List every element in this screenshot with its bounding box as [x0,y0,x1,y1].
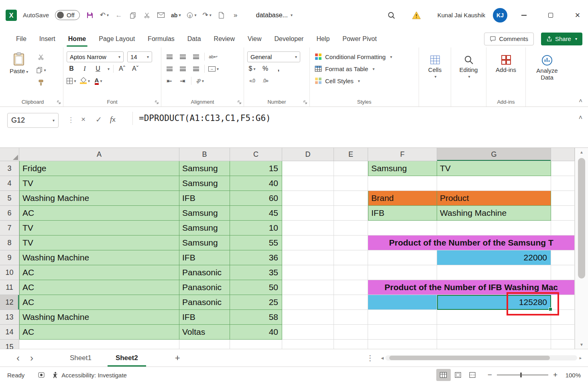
cell-E5[interactable] [334,191,368,206]
cell-C10[interactable]: 35 [230,265,282,280]
italic-button[interactable]: I [80,64,90,74]
clipboard-dialog-launcher-icon[interactable] [57,100,61,104]
align-top-icon[interactable] [165,52,174,61]
align-bottom-icon[interactable] [191,52,201,61]
name-box-resize-handle[interactable]: ⋮ [67,116,74,124]
cell-E10[interactable] [334,265,368,280]
undo-button[interactable]: ↶▾ [100,11,109,19]
row-header-12[interactable]: 12 [0,295,19,310]
cell-D5[interactable] [282,191,334,206]
row-header-13[interactable]: 13 [0,310,19,325]
cell-G9[interactable]: 22000 [437,250,551,265]
qat-overflow-button[interactable]: » [232,11,240,19]
cell-G14[interactable] [437,325,551,340]
editing-button[interactable]: Editing ▾ [454,51,483,79]
bold-button[interactable]: B [67,64,76,74]
redo-caret-icon[interactable]: ▾ [210,13,212,17]
horizontal-scrollbar[interactable]: ◀ ► [381,349,588,367]
cell-D6[interactable] [282,206,334,221]
macro-record-icon[interactable] [38,372,45,378]
scroll-down-icon[interactable]: ▼ [580,340,584,349]
cell-B3[interactable]: Samsung [179,161,230,176]
cell-D3[interactable] [282,161,334,176]
normal-view-button[interactable] [436,369,451,381]
cell-G10[interactable] [437,265,551,280]
tab-home[interactable]: Home [62,30,92,47]
cell-E3[interactable] [334,161,368,176]
cell-A5[interactable]: Washing Machine [19,191,179,206]
cell-C3[interactable]: 15 [230,161,282,176]
row-header-14[interactable]: 14 [0,325,19,340]
tab-power-pivot[interactable]: Power Pivot [336,30,383,47]
back-button[interactable]: ← [115,11,123,19]
enter-icon[interactable]: ✓ [96,115,102,124]
banner-row-8[interactable]: Product of the Number of the Samsung T [368,236,575,250]
cell-E7[interactable] [334,221,368,236]
increase-font-size-button[interactable]: Aˆ [117,64,127,74]
font-dialog-launcher-icon[interactable] [155,100,159,104]
cell-A6[interactable]: AC [19,206,179,221]
cell-B9[interactable]: IFB [179,250,230,265]
number-dialog-launcher-icon[interactable] [303,100,307,104]
cell-F6[interactable]: IFB [368,206,437,221]
tab-insert[interactable]: Insert [33,30,62,47]
scroll-left-icon[interactable]: ◀ [381,356,384,360]
comma-style-button[interactable]: , [274,64,283,74]
file-name-button[interactable]: database... ▾ [256,12,293,19]
cell-C7[interactable]: 10 [230,221,282,236]
increase-decimal-button[interactable]: «.0 [247,76,257,86]
cell-B11[interactable]: Panasonic [179,280,230,295]
horizontal-scroll-thumb[interactable] [389,356,550,360]
tab-formulas[interactable]: Formulas [141,30,181,47]
cell-G7[interactable] [437,221,551,236]
cell-D11[interactable] [282,280,334,295]
warning-icon[interactable] [412,11,421,19]
cell-B12[interactable]: Panasonic [179,295,230,310]
cell-C12[interactable]: 25 [230,295,282,310]
percent-style-button[interactable]: % [260,64,270,74]
vertical-scroll-track[interactable] [575,156,588,340]
cell-B4[interactable]: Samsung [179,176,230,191]
decrease-font-size-button[interactable]: Aˇ [130,64,140,74]
tab-page-layout[interactable]: Page Layout [92,30,141,47]
zoom-in-button[interactable]: + [553,371,557,379]
share-button[interactable]: Share ▾ [541,33,582,45]
row-header-11[interactable]: 11 [0,280,19,295]
paste-button[interactable]: Paste▾ [6,51,32,88]
page-break-view-button[interactable] [465,369,480,381]
cell-G5[interactable]: Product [437,191,551,206]
borders-button[interactable]: ▾ [67,76,76,86]
cell-D10[interactable] [282,265,334,280]
cell-D7[interactable] [282,221,334,236]
align-middle-icon[interactable] [178,52,187,61]
align-left-icon[interactable] [165,64,174,74]
editor-button[interactable]: g▾ [187,12,196,18]
copy-button[interactable]: ▾ [36,65,46,75]
cell-A10[interactable]: AC [19,265,179,280]
underline-button[interactable]: U [93,64,103,74]
column-header-C[interactable]: C [230,148,282,161]
new-sheet-button[interactable]: + [175,353,180,363]
horizontal-scroll-track[interactable] [385,355,577,360]
analyze-data-button[interactable]: Analyze Data [529,51,565,81]
page-layout-view-button[interactable] [451,369,465,381]
vertical-scrollbar[interactable]: ▲ ▼ [575,148,588,349]
cell-B14[interactable]: Voltas [179,325,230,340]
conditional-formatting-button[interactable]: Conditional Formatting▾ [313,51,415,63]
cell-B8[interactable]: Samsung [179,236,230,250]
column-header-G[interactable]: G [437,148,551,161]
row-header-10[interactable]: 10 [0,265,19,280]
comments-button[interactable]: Comments [484,33,534,45]
cell-C11[interactable]: 50 [230,280,282,295]
fill-color-button[interactable]: ▾ [80,76,90,86]
format-painter-button[interactable] [36,78,46,88]
sheet-nav-left-icon[interactable]: ‹ [11,352,25,364]
scroll-right-icon[interactable]: ► [579,356,582,360]
cell-D12[interactable] [282,295,334,310]
cell-G12[interactable]: 125280 [437,295,551,310]
wrap-text-button[interactable]: ab↩ [208,52,218,61]
name-box-caret-icon[interactable]: ▾ [53,118,55,123]
column-header-E[interactable]: E [334,148,368,161]
row-header-7[interactable]: 7 [0,221,19,236]
cell-G13[interactable] [437,310,551,325]
